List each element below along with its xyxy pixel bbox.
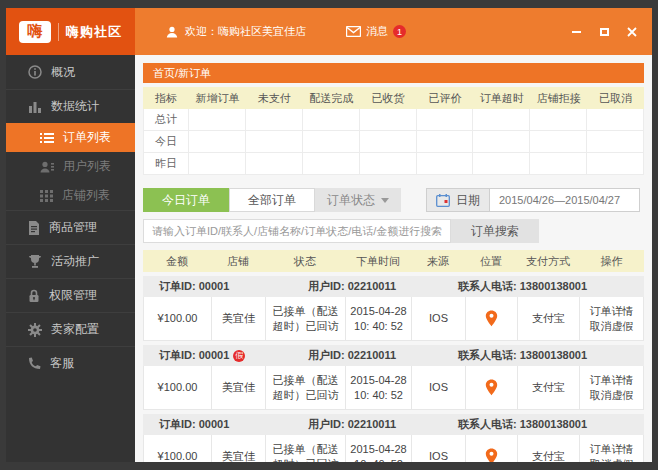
order-amount: ¥100.00: [144, 297, 212, 340]
cancel-fake-link[interactable]: 取消虚假: [590, 319, 634, 334]
cancel-fake-link[interactable]: 取消虚假: [590, 457, 634, 463]
trophy-icon: [28, 255, 42, 268]
order-time: 2015-04-28 10: 40: 52: [346, 366, 412, 409]
order-actions: 订单详情 取消虚假: [580, 297, 643, 340]
order-shop: 美宜佳: [212, 366, 266, 409]
app-window: 嗨 嗨购社区 欢迎：嗨购社区美宜佳店 消息 1: [6, 8, 652, 462]
stats-header-cell: 未支付: [246, 87, 303, 109]
location-pin-icon[interactable]: [485, 310, 498, 327]
stats-row-yesterday: 昨日: [143, 153, 644, 175]
user-id: 用户ID: 02210011: [308, 417, 458, 432]
order-detail-link[interactable]: 订单详情: [590, 442, 634, 457]
orders-header-row: 金额 店铺 状态 下单时间 来源 位置 支付方式 操作: [143, 250, 644, 272]
stats-header-cell: 配送完成: [303, 87, 360, 109]
order-search-input[interactable]: [143, 219, 451, 243]
welcome-text: 欢迎：嗨购社区美宜佳店: [185, 24, 306, 39]
orders-header-cell: 位置: [465, 250, 517, 272]
order-group: 订单ID: 00001 用户ID: 02210011 联系人电话: 138001…: [143, 414, 644, 462]
brand-logo: 嗨 嗨购社区: [6, 8, 135, 55]
sidebar-item-shop-list[interactable]: 店铺列表: [6, 181, 135, 210]
stats-header-cell: 已收货: [360, 87, 417, 109]
bar-chart-icon: [28, 100, 42, 113]
envelope-icon: [346, 26, 361, 37]
calendar-icon: [436, 194, 450, 207]
logo-divider: [58, 23, 59, 41]
tab-all-orders[interactable]: 全部订单: [229, 188, 315, 212]
topbar-main: 欢迎：嗨购社区美宜佳店 消息 1: [135, 8, 652, 55]
contact-phone: 联系人电话: 13800138001: [458, 279, 587, 294]
order-location[interactable]: [466, 366, 518, 409]
orders-header-cell: 下单时间: [345, 250, 411, 272]
order-actions: 订单详情 取消虚假: [580, 366, 643, 409]
tab-today-orders[interactable]: 今日订单: [143, 188, 229, 212]
location-pin-icon[interactable]: [485, 379, 498, 396]
fake-order-badge: 假: [233, 350, 245, 362]
order-time: 2015-04-28 10: 40: 52: [346, 297, 412, 340]
sidebar-item-label: 店铺列表: [62, 187, 110, 204]
order-search-button[interactable]: 订单搜索: [451, 219, 539, 243]
order-id: 订单ID: 00001: [159, 279, 229, 294]
stats-row-label: 总计: [143, 109, 189, 131]
order-row: ¥100.00 美宜佳 已接单（配送超时）已回访 2015-04-28 10: …: [143, 297, 644, 341]
list-icon: [40, 132, 54, 144]
date-range-value[interactable]: 2015/04/26—2015/04/27: [490, 188, 640, 212]
order-row: ¥100.00 美宜佳 已接单（配送超时）已回访 2015-04-28 10: …: [143, 435, 644, 462]
order-group: 订单ID: 00001 假 用户ID: 02210011 联系人电话: 1380…: [143, 345, 644, 410]
sidebar-item-support[interactable]: 客服: [6, 346, 135, 380]
location-pin-icon[interactable]: [485, 448, 498, 462]
stats-row-today: 今日: [143, 131, 644, 153]
order-actions: 订单详情 取消虚假: [580, 435, 643, 462]
sidebar-item-promotion[interactable]: 活动推广: [6, 244, 135, 278]
document-icon: [28, 221, 40, 235]
sidebar-item-overview[interactable]: 概况: [6, 55, 135, 89]
gear-icon: [28, 323, 42, 337]
date-picker[interactable]: 日期 2015/04/26—2015/04/27: [426, 188, 640, 212]
stats-row-total: 总计: [143, 109, 644, 131]
orders-header-cell: 店铺: [211, 250, 265, 272]
minimize-button[interactable]: [570, 26, 582, 38]
order-amount: ¥100.00: [144, 435, 212, 462]
sidebar-item-label: 卖家配置: [51, 321, 99, 338]
order-location[interactable]: [466, 435, 518, 462]
close-button[interactable]: [626, 26, 638, 38]
date-label: 日期: [456, 192, 480, 209]
search-row: 订单搜索: [143, 219, 644, 243]
sidebar-item-label: 用户列表: [63, 158, 111, 175]
orders-header-cell: 来源: [411, 250, 465, 272]
messages-count-badge: 1: [393, 25, 406, 38]
order-detail-link[interactable]: 订单详情: [590, 304, 634, 319]
stats-row-label: 今日: [143, 131, 189, 153]
window-controls: [570, 26, 638, 38]
sidebar-item-label: 概况: [51, 64, 75, 81]
sidebar-item-permissions[interactable]: 权限管理: [6, 278, 135, 312]
stats-table: 指标 新增订单 未支付 配送完成 已收货 已评价 订单超时 店铺拒接 已取消 总…: [143, 87, 644, 175]
sidebar-item-products[interactable]: 商品管理: [6, 210, 135, 244]
brand-logo-icon: 嗨: [19, 21, 51, 43]
sidebar-item-label: 数据统计: [51, 98, 99, 115]
order-payment: 支付宝: [518, 435, 580, 462]
orders-header-cell: 支付方式: [517, 250, 579, 272]
order-status-label: 订单状态: [327, 192, 375, 209]
sidebar-item-label: 活动推广: [51, 253, 99, 270]
contact-phone: 联系人电话: 13800138001: [458, 348, 587, 363]
sidebar-item-user-list[interactable]: 用户列表: [6, 152, 135, 181]
order-payment: 支付宝: [518, 366, 580, 409]
chevron-down-icon: [381, 198, 389, 203]
orders-header-cell: 操作: [579, 250, 644, 272]
order-location[interactable]: [466, 297, 518, 340]
sidebar-item-order-list[interactable]: 订单列表: [6, 123, 135, 152]
phone-icon: [28, 357, 41, 370]
sidebar: 概况 数据统计 订单列表 用户列表: [6, 55, 135, 462]
maximize-button[interactable]: [598, 26, 610, 38]
sidebar-item-seller-config[interactable]: 卖家配置: [6, 312, 135, 346]
brand-name: 嗨购社区: [66, 23, 122, 41]
order-status-dropdown[interactable]: 订单状态: [315, 188, 401, 212]
messages[interactable]: 消息 1: [346, 24, 406, 39]
stats-header-row: 指标 新增订单 未支付 配送完成 已收货 已评价 订单超时 店铺拒接 已取消: [143, 87, 644, 109]
lock-icon: [28, 289, 40, 303]
sidebar-item-statistics[interactable]: 数据统计: [6, 89, 135, 123]
order-status: 已接单（配送超时）已回访: [266, 435, 346, 462]
order-detail-link[interactable]: 订单详情: [590, 373, 634, 388]
cancel-fake-link[interactable]: 取消虚假: [590, 388, 634, 403]
stats-header-cell: 新增订单: [189, 87, 246, 109]
